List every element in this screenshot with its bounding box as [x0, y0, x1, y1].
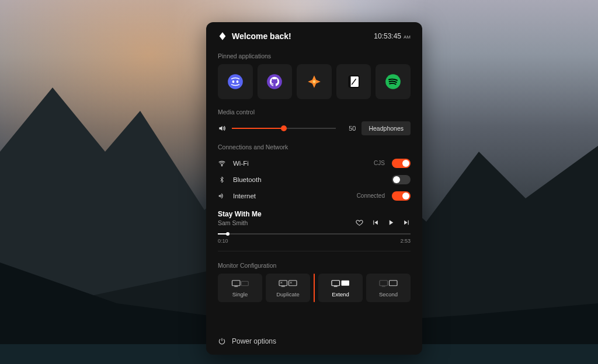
- play-button[interactable]: [387, 219, 395, 226]
- monitor-extend[interactable]: Extend: [318, 274, 363, 302]
- svg-rect-27: [390, 280, 398, 285]
- monitor-extend-label: Extend: [332, 291, 349, 298]
- pinned-apps: [218, 64, 411, 99]
- volume-slider[interactable]: [232, 124, 336, 132]
- power-icon[interactable]: [218, 337, 226, 345]
- volume-value: 50: [342, 125, 356, 132]
- next-track-button[interactable]: [403, 219, 411, 226]
- app-notes[interactable]: [336, 64, 371, 99]
- svg-point-4: [228, 74, 243, 89]
- svg-rect-18: [241, 281, 248, 286]
- monitor-duplicate-label: Duplicate: [276, 291, 300, 298]
- svg-point-6: [236, 80, 238, 83]
- app-github[interactable]: [258, 64, 293, 99]
- app-discord[interactable]: [218, 64, 253, 99]
- monitor-label: Monitor Configuration: [218, 262, 411, 269]
- monitor-active-indicator: [314, 274, 315, 302]
- track-artist: Sam Smith: [218, 219, 262, 226]
- prev-track-button[interactable]: [371, 219, 379, 226]
- clock: 10:53:45 AM: [374, 32, 411, 40]
- connection-internet: Internet Connected: [218, 188, 411, 204]
- app-spotify[interactable]: [376, 64, 411, 99]
- internet-label: Internet: [233, 192, 350, 200]
- panel-header: Welcome back! 10:53:45 AM: [218, 32, 411, 41]
- monitor-single[interactable]: Single: [218, 274, 262, 302]
- svg-rect-21: [289, 280, 297, 285]
- svg-rect-12: [349, 76, 350, 88]
- svg-rect-16: [232, 280, 241, 285]
- monitor-second-label: Second: [379, 291, 398, 298]
- svg-rect-23: [334, 286, 338, 286]
- internet-status: Connected: [357, 192, 385, 199]
- welcome-title: Welcome back!: [232, 32, 369, 41]
- wifi-status: CJS: [374, 160, 385, 166]
- bluetooth-label: Bluetooth: [233, 176, 378, 183]
- connection-bluetooth: Bluetooth: [218, 172, 411, 188]
- divider: [218, 251, 411, 251]
- connections-label: Connections and Network: [218, 144, 411, 150]
- svg-point-9: [313, 80, 316, 83]
- wifi-icon: [218, 159, 226, 167]
- svg-point-15: [219, 195, 220, 197]
- svg-rect-20: [281, 286, 285, 286]
- elapsed-time: 0:10: [218, 238, 228, 244]
- media-row: 50 Headphones: [218, 121, 411, 135]
- svg-rect-26: [382, 286, 385, 286]
- svg-rect-24: [342, 280, 350, 285]
- svg-rect-25: [380, 280, 388, 285]
- pinned-label: Pinned applications: [218, 52, 411, 60]
- app-compass[interactable]: [297, 64, 332, 99]
- svg-rect-19: [279, 280, 287, 285]
- svg-rect-22: [332, 280, 340, 285]
- internet-icon: [218, 192, 226, 200]
- power-options-label[interactable]: Power options: [232, 337, 276, 345]
- now-playing: Stay With Me Sam Smith 0:10 2:53: [218, 210, 411, 244]
- internet-toggle[interactable]: [392, 191, 411, 201]
- clock-time: 10:53:45: [374, 32, 401, 40]
- volume-icon: [218, 124, 226, 132]
- media-label: Media control: [218, 108, 411, 116]
- footer: Power options: [218, 331, 411, 345]
- brand-icon: [218, 32, 227, 41]
- wifi-toggle[interactable]: [392, 159, 411, 168]
- control-panel: Welcome back! 10:53:45 AM Pinned applica…: [206, 22, 422, 355]
- monitor-single-label: Single: [232, 291, 248, 298]
- favorite-button[interactable]: [356, 219, 363, 226]
- monitor-duplicate[interactable]: Duplicate: [266, 274, 310, 302]
- monitor-options: Single Duplicate Extend Second: [218, 274, 411, 302]
- total-time: 2:53: [400, 238, 411, 244]
- bluetooth-icon: [218, 176, 226, 184]
- track-title: Stay With Me: [218, 210, 262, 218]
- playback-slider[interactable]: [218, 231, 411, 237]
- svg-point-5: [232, 80, 234, 83]
- svg-rect-17: [234, 286, 238, 286]
- clock-ampm: AM: [404, 34, 411, 40]
- monitor-second[interactable]: Second: [366, 274, 411, 302]
- bluetooth-toggle[interactable]: [392, 175, 411, 184]
- audio-output-button[interactable]: Headphones: [361, 121, 411, 135]
- svg-point-7: [267, 74, 283, 89]
- connection-wifi: Wi-Fi CJS: [218, 155, 411, 172]
- wifi-label: Wi-Fi: [233, 160, 367, 167]
- svg-point-14: [221, 165, 222, 166]
